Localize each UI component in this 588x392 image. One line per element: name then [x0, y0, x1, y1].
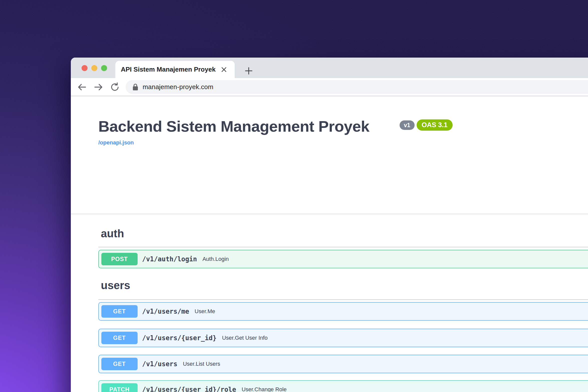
method-badge-patch: PATCH [101, 383, 138, 392]
address-bar[interactable]: manajemen-proyek.com [126, 80, 588, 94]
operation-path: /v1/users [142, 360, 177, 368]
operation-summary: User.Get User Info [222, 335, 267, 341]
reload-button[interactable] [110, 82, 120, 92]
tab-close-button[interactable] [220, 66, 228, 73]
new-tab-button[interactable] [244, 66, 253, 76]
operation-summary: User.Me [195, 308, 215, 315]
tab-strip: API Sistem Manajemen Proyek [71, 58, 588, 78]
operation-post-auth-login[interactable]: POST /v1/auth/login Auth.Login [98, 250, 588, 268]
lock-icon [132, 83, 138, 91]
operation-patch-user-role[interactable]: PATCH /v1/users/{user_id}/role User.Chan… [98, 380, 588, 392]
close-icon [221, 66, 227, 73]
url-text: manajemen-proyek.com [143, 83, 213, 91]
operation-path: /v1/auth/login [142, 255, 197, 263]
oas-badge: OAS 3.1 [417, 119, 453, 131]
page-title: Backend Sistem Management Proyek [98, 117, 369, 135]
zoom-window-button[interactable] [101, 65, 107, 71]
forward-arrow-icon [94, 82, 103, 92]
operation-summary: User.List Users [183, 361, 220, 367]
tag-underline-users [98, 299, 588, 300]
minimize-window-button[interactable] [91, 65, 97, 71]
page-content: Backend Sistem Management Proyek v1 OAS … [71, 96, 588, 392]
browser-window: API Sistem Manajemen Proyek [71, 58, 588, 392]
operation-get-users-me[interactable]: GET /v1/users/me User.Me [98, 302, 588, 321]
forward-button[interactable] [93, 82, 103, 92]
back-button[interactable] [77, 82, 87, 92]
back-arrow-icon [77, 82, 87, 92]
reload-icon [110, 82, 120, 92]
operation-path: /v1/users/me [142, 308, 189, 315]
operation-path: /v1/users/{user_id}/role [142, 386, 236, 392]
desktop-background: API Sistem Manajemen Proyek [0, 0, 588, 392]
section-divider [71, 214, 588, 214]
operation-get-users-list[interactable]: GET /v1/users User.List Users [98, 355, 588, 373]
browser-tab[interactable]: API Sistem Manajemen Proyek [115, 61, 235, 78]
tag-underline-auth [98, 247, 588, 247]
plus-icon [244, 67, 253, 75]
operation-get-user-by-id[interactable]: GET /v1/users/{user_id} User.Get User In… [98, 329, 588, 347]
browser-toolbar: manajemen-proyek.com [71, 78, 588, 96]
openapi-spec-link[interactable]: /openapi.json [98, 139, 134, 146]
version-badge: v1 [400, 120, 415, 130]
close-window-button[interactable] [82, 65, 88, 71]
tab-title: API Sistem Manajemen Proyek [121, 66, 220, 73]
operation-summary: User.Change Role [242, 386, 287, 392]
operation-summary: Auth.Login [202, 256, 229, 262]
tag-heading-users[interactable]: users [101, 280, 130, 291]
method-badge-post: POST [101, 253, 138, 265]
tag-heading-auth[interactable]: auth [101, 228, 124, 239]
window-controls [82, 65, 107, 71]
operation-path: /v1/users/{user_id} [142, 334, 216, 342]
method-badge-get: GET [101, 305, 138, 318]
method-badge-get: GET [101, 332, 138, 344]
method-badge-get: GET [101, 358, 138, 370]
